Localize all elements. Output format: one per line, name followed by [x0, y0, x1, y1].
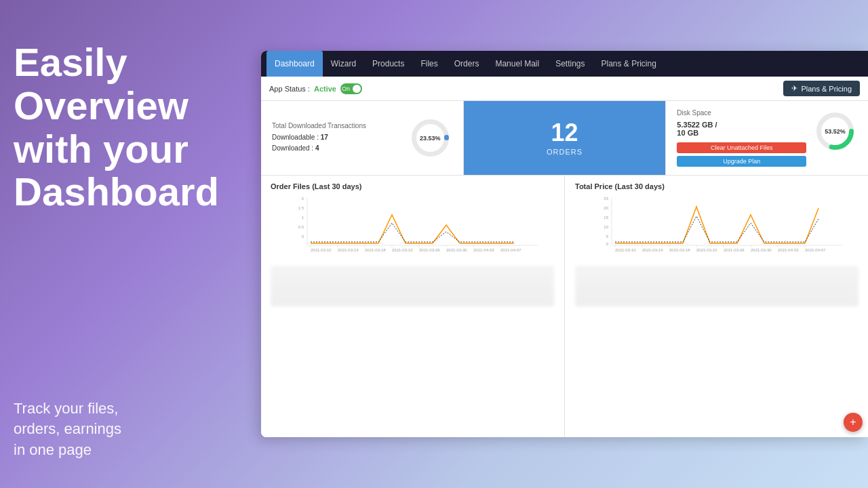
order-files-chart: 2 1.5 1 0.5 0 2021-03-10 2021-03-14 2021…: [271, 195, 554, 259]
nav-item-manuel-mail[interactable]: Manuel Mail: [487, 51, 547, 77]
nav-item-files[interactable]: Files: [412, 51, 446, 77]
downloads-percent: 23.53%: [420, 135, 441, 142]
svg-text:2021-04-03: 2021-04-03: [473, 248, 494, 252]
svg-text:1.5: 1.5: [298, 206, 304, 210]
downloads-detail: Downloadable : 17 Downloaded : 4: [272, 132, 400, 154]
svg-text:2021-03-26: 2021-03-26: [419, 248, 440, 252]
nav-bar: Dashboard Wizard Products Files Orders M…: [261, 51, 868, 77]
svg-text:2021-03-18: 2021-03-18: [365, 248, 386, 252]
dashboard-panel: Dashboard Wizard Products Files Orders M…: [261, 51, 868, 437]
fab-button[interactable]: +: [844, 413, 863, 432]
order-files-blurred-legend: [271, 266, 554, 306]
nav-item-products[interactable]: Products: [364, 51, 412, 77]
svg-text:0.5: 0.5: [298, 225, 304, 229]
disk-title: Disk Space: [677, 109, 806, 117]
disk-donut: 53.52%: [813, 109, 857, 153]
nav-item-wizard[interactable]: Wizard: [323, 51, 364, 77]
charts-row: Order Files (Last 30 days) 2 1.5 1 0.5 0…: [261, 176, 868, 437]
nav-item-settings[interactable]: Settings: [547, 51, 593, 77]
svg-text:2021-03-10: 2021-03-10: [311, 248, 332, 252]
chart-divider: [564, 176, 565, 437]
clear-unattached-button[interactable]: Clear Unattached Files: [677, 142, 806, 153]
orders-label: ORDERS: [547, 148, 583, 156]
status-left: App Status : Active On: [269, 83, 362, 94]
disk-size: 5.3522 GB /10 GB: [677, 121, 806, 137]
svg-text:2021-03-10: 2021-03-10: [615, 248, 636, 252]
svg-text:25: 25: [604, 197, 608, 201]
downloads-title: Total Downloaded Transactions: [272, 122, 400, 129]
svg-text:15: 15: [604, 216, 608, 220]
svg-text:20: 20: [604, 206, 608, 210]
plans-icon: ✈: [791, 84, 797, 93]
svg-text:2021-04-03: 2021-04-03: [778, 248, 799, 252]
nav-item-orders[interactable]: Orders: [446, 51, 488, 77]
toggle-knob: [353, 85, 361, 93]
svg-text:1: 1: [302, 216, 304, 220]
svg-text:2021-03-14: 2021-03-14: [338, 248, 359, 252]
nav-item-dashboard[interactable]: Dashboard: [267, 51, 323, 77]
app-toggle[interactable]: On: [340, 83, 362, 94]
svg-text:2021-03-18: 2021-03-18: [669, 248, 690, 252]
disk-info: Disk Space 5.3522 GB /10 GB Clear Unatta…: [677, 109, 806, 167]
svg-text:0: 0: [302, 235, 304, 239]
toggle-on-label: On: [342, 85, 350, 92]
svg-text:0: 0: [606, 242, 609, 246]
order-files-title: Order Files (Last 30 days): [271, 182, 554, 190]
hero-title: Easily Overview with your Dashboard: [14, 41, 248, 214]
total-price-title: Total Price (Last 30 days): [575, 182, 859, 190]
svg-text:5: 5: [606, 235, 609, 239]
svg-text:2021-03-14: 2021-03-14: [642, 248, 663, 252]
disk-stat-card: Disk Space 5.3522 GB /10 GB Clear Unatta…: [666, 101, 868, 175]
svg-text:2021-03-22: 2021-03-22: [392, 248, 413, 252]
left-panel: Easily Overview with your Dashboard Trac…: [0, 0, 261, 488]
total-price-chart-panel: Total Price (Last 30 days) 25 20 15 10 5…: [566, 176, 868, 437]
app-status-label: App Status :: [269, 85, 310, 93]
svg-text:2021-03-30: 2021-03-30: [446, 248, 467, 252]
svg-text:2021-03-26: 2021-03-26: [724, 248, 745, 252]
disk-percent: 53.52%: [825, 128, 846, 135]
order-files-chart-panel: Order Files (Last 30 days) 2 1.5 1 0.5 0…: [261, 176, 564, 437]
svg-text:2021-04-07: 2021-04-07: [805, 248, 826, 252]
disk-buttons: Clear Unattached Files Upgrade Plan: [677, 142, 806, 167]
svg-text:2021-03-30: 2021-03-30: [751, 248, 772, 252]
downloads-donut: 23.53%: [408, 116, 452, 160]
stats-row: Total Downloaded Transactions Downloadab…: [261, 101, 868, 176]
sub-text: Track your files,orders, earningsin one …: [14, 399, 248, 461]
orders-stat-card: 12 ORDERS: [464, 101, 667, 175]
downloads-stat-card: Total Downloaded Transactions Downloadab…: [261, 101, 464, 175]
plans-pricing-button[interactable]: ✈ Plans & Pricing: [783, 81, 860, 96]
nav-item-plans[interactable]: Plans & Pricing: [593, 51, 665, 77]
svg-text:10: 10: [604, 225, 608, 229]
downloads-info: Total Downloaded Transactions Downloadab…: [272, 122, 400, 154]
orders-number: 12: [551, 121, 578, 145]
status-bar: App Status : Active On ✈ Plans & Pricing: [261, 77, 868, 101]
active-badge: Active: [314, 85, 336, 93]
svg-text:2021-03-22: 2021-03-22: [696, 248, 717, 252]
svg-text:2021-04-07: 2021-04-07: [500, 248, 521, 252]
upgrade-plan-button[interactable]: Upgrade Plan: [677, 156, 806, 167]
total-price-blurred-legend: [575, 266, 859, 306]
svg-text:2: 2: [302, 197, 304, 201]
total-price-chart: 25 20 15 10 5 0 2021-03-10 2021-03-14 20…: [575, 195, 859, 259]
